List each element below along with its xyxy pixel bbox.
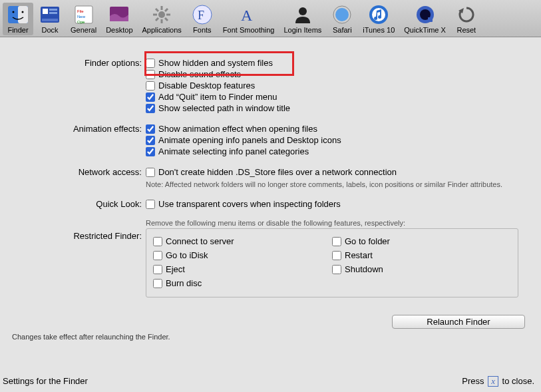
applications-icon: [151, 4, 172, 25]
section-label-network: Network access:: [16, 166, 146, 189]
itunes-icon: [368, 4, 389, 25]
toolbar-label: Dock: [41, 26, 58, 34]
toolbar-label: Desktop: [106, 26, 132, 34]
svg-rect-1: [18, 6, 28, 23]
svg-text:New: New: [77, 15, 86, 19]
toolbar-item-desktop[interactable]: Desktop: [102, 3, 136, 35]
section-label-finder-options: Finder options:: [16, 57, 146, 114]
toolbar-label: Safari: [333, 26, 352, 34]
checkbox-add-quit[interactable]: [146, 93, 155, 102]
toolbar-label: iTunes 10: [363, 26, 395, 34]
svg-rect-7: [49, 12, 57, 14]
fonts-icon: F: [192, 4, 213, 25]
checkbox-label: Connect to server: [166, 236, 234, 246]
toolbar-label: Font Smoothing: [223, 26, 275, 34]
checkbox-label: Disable Desktop features: [158, 81, 255, 91]
checkbox-label: Animate opening info panels and Desktop …: [158, 135, 341, 145]
toolbar-label: Fonts: [193, 26, 212, 34]
svg-rect-35: [428, 17, 433, 22]
checkbox-label: Use transparent covers when inspecting f…: [158, 199, 341, 209]
checkbox-label: Burn disc: [166, 278, 202, 288]
toolbar-item-dock[interactable]: Dock: [35, 3, 65, 35]
toolbar-item-finder[interactable]: Finder: [3, 3, 33, 35]
toolbar-item-fonts[interactable]: F Fonts: [187, 3, 218, 35]
checkbox-eject[interactable]: [153, 265, 162, 274]
svg-text:Ope: Ope: [77, 20, 85, 24]
reset-icon: [456, 4, 477, 25]
checkbox-label: Show selected path in window title: [158, 103, 290, 113]
svg-point-3: [22, 11, 24, 13]
checkbox-label: Shutdown: [345, 264, 383, 274]
quicktime-icon: [415, 4, 436, 25]
toolbar-item-general[interactable]: FileNewOpe General: [67, 3, 100, 35]
svg-line-22: [156, 18, 158, 21]
checkbox-anim-info[interactable]: [146, 136, 155, 145]
safari-icon: [331, 4, 353, 25]
checkbox-show-hidden[interactable]: [146, 59, 155, 68]
svg-point-2: [13, 11, 15, 13]
general-icon: FileNewOpe: [73, 4, 94, 25]
svg-text:File: File: [77, 9, 84, 13]
section-label-animation: Animation effects:: [16, 123, 146, 157]
checkbox-burn-disc[interactable]: [153, 279, 162, 288]
checkbox-transparent-covers[interactable]: [146, 200, 155, 209]
toolbar-item-quicktime[interactable]: QuickTime X: [400, 3, 450, 35]
svg-line-19: [156, 9, 158, 11]
section-label-quicklook: Quick Look:: [16, 198, 146, 210]
network-note: Note: Affected network folders will no l…: [146, 180, 505, 189]
checkbox-shutdown[interactable]: [332, 265, 341, 274]
restricted-group-box: Connect to server Go to iDisk Eject Burn…: [146, 228, 518, 297]
section-label-restricted: Restricted Finder:: [16, 219, 146, 297]
toolbar-item-safari[interactable]: Safari: [327, 3, 357, 35]
close-key[interactable]: x: [488, 376, 498, 387]
svg-text:F: F: [198, 9, 204, 22]
svg-rect-5: [43, 9, 48, 14]
toolbar-label: Login Items: [283, 26, 321, 34]
toolbar-item-font-smoothing[interactable]: A Font Smoothing: [219, 3, 279, 35]
checkbox-label: Disable sound effects: [158, 69, 241, 79]
status-bar: Settings for the Finder Press x to close…: [0, 373, 541, 392]
toolbar-label: General: [71, 26, 96, 34]
status-right: Press x to close.: [462, 376, 534, 387]
checkbox-disable-desktop[interactable]: [146, 81, 155, 91]
dock-icon: [39, 4, 61, 25]
footer-note: Changes take effect after relaunching th…: [12, 333, 541, 341]
toolbar-label: Applications: [142, 26, 182, 34]
toolbar-item-reset[interactable]: Reset: [451, 3, 482, 35]
checkbox-connect-server[interactable]: [153, 237, 162, 246]
svg-line-20: [165, 18, 168, 21]
checkbox-label: Eject: [166, 264, 185, 274]
checkbox-label: Animate selecting info panel categories: [158, 146, 309, 156]
toolbar-item-applications[interactable]: Applications: [138, 3, 186, 35]
checkbox-go-folder[interactable]: [332, 237, 341, 246]
relaunch-finder-button[interactable]: Relaunch Finder: [392, 315, 525, 329]
checkbox-label: Go to folder: [345, 236, 390, 246]
restricted-caption: Remove the following menu items or disab…: [146, 219, 525, 227]
checkbox-anim-select[interactable]: [146, 147, 155, 156]
checkbox-label: Don't create hidden .DS_Store files over…: [158, 167, 397, 177]
toolbar-label: QuickTime X: [404, 26, 446, 34]
checkbox-label: Restart: [345, 250, 373, 260]
checkbox-ds-store[interactable]: [146, 168, 155, 177]
font-smoothing-icon: A: [238, 4, 260, 25]
checkbox-disable-sound[interactable]: [146, 70, 155, 79]
toolbar-item-login-items[interactable]: Login Items: [279, 3, 325, 35]
content-area: Finder options: Show hidden and system f…: [0, 37, 541, 304]
toolbar-label: Reset: [456, 26, 476, 34]
checkbox-label: Show animation effect when opening files: [158, 124, 317, 134]
checkbox-go-idisk[interactable]: [153, 251, 162, 260]
svg-line-21: [165, 9, 168, 11]
svg-rect-6: [49, 9, 57, 11]
toolbar: Finder Dock FileNewOpe General Desktop A…: [0, 0, 541, 37]
svg-point-14: [158, 11, 165, 18]
checkbox-show-path[interactable]: [146, 104, 155, 113]
desktop-icon: [108, 4, 130, 25]
checkbox-restart[interactable]: [332, 251, 341, 260]
finder-icon: [7, 4, 29, 25]
checkbox-anim-open[interactable]: [146, 124, 155, 134]
svg-point-28: [335, 8, 349, 21]
login-items-icon: [292, 4, 313, 25]
checkbox-label: Add “Quit” item to Finder menu: [158, 92, 277, 102]
toolbar-item-itunes[interactable]: iTunes 10: [359, 3, 399, 35]
svg-point-26: [299, 7, 307, 15]
